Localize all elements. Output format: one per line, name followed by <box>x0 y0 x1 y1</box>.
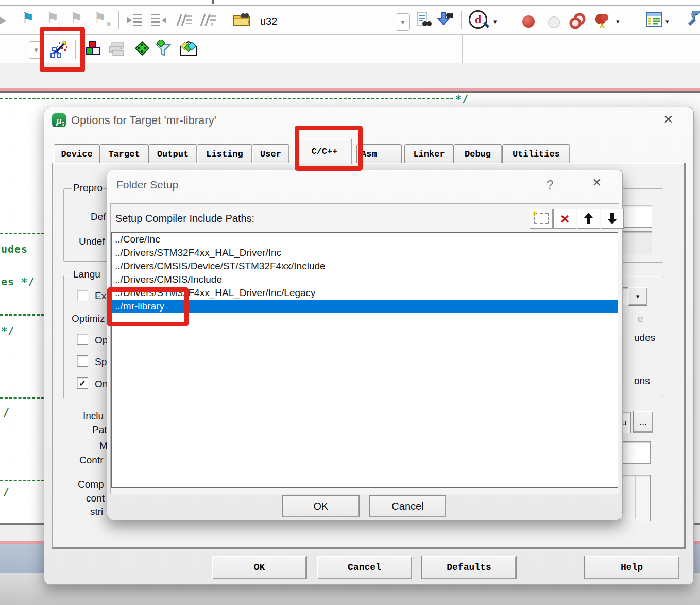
include-paths-list-label: Setup Compiler Include Paths: <box>115 213 254 224</box>
comment-dash-line <box>0 98 453 99</box>
breakpoints-dropdown-arrow[interactable]: ▾ <box>616 18 620 25</box>
tab-target[interactable]: Target <box>99 144 149 164</box>
move-up-button[interactable] <box>577 209 600 229</box>
split-load-store-checkbox[interactable] <box>77 355 88 367</box>
bookmark-prev-icon[interactable]: ⚑ <box>70 11 82 25</box>
separator <box>510 11 510 29</box>
close-icon[interactable]: × <box>663 112 673 126</box>
play-arrow-icon[interactable] <box>0 15 6 26</box>
up-arrow-icon <box>584 213 593 224</box>
tab-output[interactable]: Output <box>148 144 197 164</box>
tab-linker[interactable]: Linker <box>404 144 454 164</box>
new-folder-icon: ✶ <box>534 213 549 224</box>
filter-diamond-icon[interactable] <box>155 40 172 57</box>
language-group-label: Langu <box>72 269 102 280</box>
search-dropdown[interactable]: ▾ <box>396 13 410 31</box>
defaults-button[interactable]: Defaults <box>421 556 517 579</box>
include-paths-label-1: Inclu <box>83 410 104 422</box>
include-paths-browse-button[interactable]: ... <box>633 411 653 433</box>
define-search-icon[interactable]: d <box>469 10 489 29</box>
folder-setup-title: Folder Setup <box>116 179 178 191</box>
define-label: Def <box>91 211 106 222</box>
undefine-label: Undef <box>79 236 105 247</box>
new-path-button[interactable]: ✶ <box>530 209 553 229</box>
optimize-time-checkbox[interactable] <box>77 334 88 345</box>
include-paths-label-2: Pat <box>92 424 107 436</box>
compiler-string-box-fragment <box>619 475 651 521</box>
preprocessor-group-label: Prepro <box>72 182 104 194</box>
bookmark-next-icon[interactable]: ⚑ <box>46 11 59 25</box>
window-list-dropdown-arrow[interactable]: ▾ <box>665 18 669 25</box>
misc-controls-label-2: Contr <box>79 455 103 466</box>
path-list-item[interactable]: ../Drivers/STM32F4xx_HAL_Driver/Inc <box>112 246 618 260</box>
toolbar-divider <box>462 35 463 63</box>
compiler-string-divider <box>635 476 636 519</box>
keil-uvision-window: ⚑ ⚑ ⚐ ⚑ ⚐ ⚑ ✕ x u32 ▾ d ▾ x ▾ ▾ ▾ */ ude… <box>0 0 700 605</box>
tab-device[interactable]: Device <box>54 144 100 164</box>
bookmark-clear-x-icon: ✕ <box>106 21 111 28</box>
disable-all-breakpoints-icon[interactable] <box>569 13 587 30</box>
move-down-button[interactable] <box>601 209 624 229</box>
help-button[interactable]: Help <box>584 556 679 579</box>
compiler-string-label-2: cont <box>86 493 105 504</box>
tab-utilities[interactable]: Utilities <box>502 144 570 164</box>
comment-icon[interactable] <box>175 13 193 27</box>
folder-ok-button[interactable]: OK <box>282 495 360 517</box>
separator <box>223 11 223 29</box>
tab-debug[interactable]: Debug <box>453 144 502 164</box>
separator <box>461 11 462 29</box>
manage-run-time-environment-icon[interactable] <box>134 40 150 57</box>
cropped-text-artifact <box>212 0 214 4</box>
search-term-text[interactable]: u32 <box>260 15 277 27</box>
bookmark-toggle-icon[interactable]: ⚑ <box>22 11 34 25</box>
kill-all-breakpoints-icon[interactable]: x <box>592 12 611 30</box>
incremental-find-icon[interactable] <box>437 11 453 28</box>
folder-setup-dialog: Folder Setup ? × Setup Compiler Include … <box>107 170 623 520</box>
execute-only-label: Ex <box>95 290 106 302</box>
undefine-field-fragment[interactable] <box>621 231 652 254</box>
path-list-item[interactable]: ../Drivers/CMSIS/Device/ST/STM32F4xx/Inc… <box>112 260 618 273</box>
wrench-icon[interactable] <box>687 11 700 27</box>
cancel-button[interactable]: Cancel <box>317 556 412 579</box>
file-extensions-icon[interactable] <box>107 42 125 57</box>
window-list-icon[interactable] <box>646 12 662 27</box>
tab-listing[interactable]: Listing <box>197 144 252 164</box>
indent-left-icon[interactable] <box>150 13 167 27</box>
code-fragment: / <box>3 485 10 497</box>
separator <box>118 11 119 29</box>
compiler-string-label-1: Comp <box>78 479 104 490</box>
comment-dash-line <box>0 480 44 481</box>
find-in-files-folder-icon[interactable] <box>233 11 251 27</box>
pack-installer-icon[interactable] <box>179 40 198 57</box>
bookmark-clear-icon[interactable]: ⚑ <box>94 11 106 25</box>
misc-controls-field-fragment[interactable] <box>619 441 651 464</box>
delete-path-button[interactable]: × <box>553 209 576 229</box>
help-icon[interactable]: ? <box>547 179 553 191</box>
path-list-item[interactable]: ../Drivers/CMSIS/Include <box>112 273 618 286</box>
compiler-string-label-3: stri <box>90 506 103 517</box>
disable-breakpoint-icon[interactable] <box>548 16 560 28</box>
gray-band <box>0 63 700 88</box>
target-build-blocks-icon[interactable] <box>84 40 101 58</box>
insert-breakpoint-icon[interactable] <box>522 15 535 28</box>
close-icon[interactable]: × <box>592 176 602 189</box>
code-fragment: udes <box>1 243 28 255</box>
indent-right-icon[interactable] <box>127 13 143 27</box>
folder-cancel-button[interactable]: Cancel <box>369 495 446 517</box>
tab-user[interactable]: User <box>252 144 289 164</box>
find-in-files-icon[interactable] <box>415 11 432 28</box>
tab-asm[interactable]: Asm <box>356 144 402 163</box>
execute-only-checkbox[interactable] <box>77 290 88 301</box>
define-field-fragment[interactable] <box>621 205 652 228</box>
warnings-combo-arrow[interactable]: ▾ <box>628 287 647 306</box>
one-elf-section-checkbox[interactable]: ✓ <box>77 377 88 389</box>
toolbar-row-2 <box>0 35 700 63</box>
top-strip <box>0 0 700 6</box>
uncomment-icon[interactable]: x <box>199 13 216 27</box>
define-search-dropdown-arrow[interactable]: ▾ <box>493 18 497 25</box>
comment-dash-line <box>0 314 44 316</box>
ok-button[interactable]: OK <box>212 556 307 579</box>
annotation-rect-options-icon <box>40 27 85 72</box>
path-list-item[interactable]: ../Core/Inc <box>112 233 618 246</box>
optimization-label: Optimiz <box>72 313 105 324</box>
